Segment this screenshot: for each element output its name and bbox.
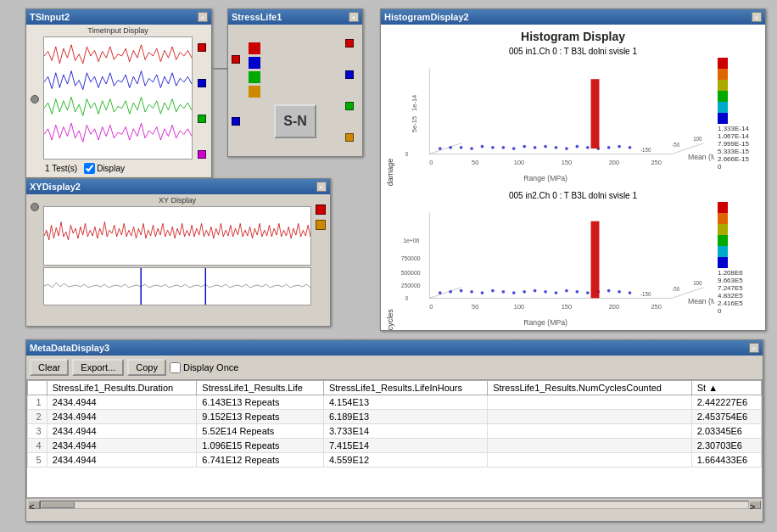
svg-text:150: 150 (562, 303, 572, 311)
conn-line-1 (212, 68, 229, 70)
tsinput-close-btn[interactable]: ▪ (198, 12, 208, 22)
row-num: 2.30703E6 (691, 439, 761, 453)
svg-text:200: 200 (609, 159, 619, 166)
xydisplay-top-plot: 3 (43, 206, 311, 266)
svg-point-27 (544, 145, 547, 148)
col-header-duration: StressLife1_Results.Duration (47, 381, 197, 395)
stresslife-window: StressLife1 ▪ S-N (227, 8, 363, 157)
row-duration: 2434.4944 (47, 410, 197, 424)
tsinput-window: TSInput2 ▪ TimeInput Display (25, 8, 212, 178)
svg-point-63 (501, 290, 505, 294)
svg-point-30 (576, 145, 579, 148)
svg-point-75 (629, 291, 632, 294)
stresslife-close-btn[interactable]: ▪ (349, 12, 359, 22)
scroll-left-btn[interactable]: < (28, 501, 40, 509)
svg-point-35 (629, 146, 632, 149)
row-id: 4 (28, 439, 48, 453)
svg-point-20 (470, 147, 473, 150)
svg-text:200: 200 (609, 303, 619, 311)
row-duration: 2434.4944 (47, 424, 197, 439)
xydisplay-conn-orange (316, 220, 326, 230)
histogram-subtitle2: 005 in2.Ch 0 : T B3L dolni svisle 1 (386, 191, 760, 200)
row-cycles (488, 424, 692, 439)
colorscale2: 1.208E6 9.663E5 7.247E5 4.832E5 2.416E5 … (718, 202, 760, 330)
tsinput-conn-green (198, 115, 206, 123)
svg-point-73 (607, 289, 611, 293)
svg-text:100: 100 (693, 136, 702, 142)
table-row: 5 2434.4944 6.741E12 Repeats 4.559E12 1.… (28, 453, 762, 468)
svg-text:100: 100 (514, 159, 524, 166)
display-once-checkbox[interactable] (170, 362, 181, 373)
svg-point-18 (449, 146, 452, 149)
histogram-title: HistogramDisplay2 (384, 12, 469, 22)
xydisplay-close-btn[interactable]: ▪ (316, 182, 327, 192)
scroll-right-btn[interactable]: > (749, 501, 761, 509)
metadata-toolbar: Clear Export... Copy Display Once (26, 356, 763, 379)
svg-text:-50: -50 (672, 142, 679, 148)
svg-line-40 (429, 288, 461, 299)
display-checkbox-label[interactable]: Display (84, 163, 125, 174)
histogram-chart2: Range (MPa) Mean (MPa) 0 50 100 150 200 … (398, 202, 714, 330)
svg-text:750000: 750000 (401, 255, 421, 261)
tsinput-plot-label: TimeInput Display (43, 26, 193, 35)
svg-point-66 (534, 289, 537, 293)
histogram-window: HistogramDisplay2 ▪ Histogram Display 00… (380, 8, 766, 331)
horizontal-scrollbar[interactable]: < > (26, 498, 763, 510)
clear-button[interactable]: Clear (30, 359, 69, 376)
svg-point-24 (512, 147, 516, 150)
svg-text:Range (MPa): Range (MPa) (523, 318, 567, 327)
svg-point-65 (523, 290, 526, 294)
histogram-main-title: Histogram Display (386, 30, 760, 43)
row-num: 2.03345E6 (691, 424, 761, 439)
scroll-thumb[interactable] (41, 501, 75, 508)
row-id: 2 (28, 410, 48, 424)
tsinput-conn-blue (198, 79, 206, 87)
svg-text:0: 0 (429, 159, 433, 166)
sn-button[interactable]: S-N (274, 104, 316, 138)
svg-text:250: 250 (651, 303, 661, 311)
row-id: 3 (28, 424, 48, 439)
svg-point-64 (512, 291, 516, 294)
row-id: 1 (28, 395, 48, 410)
stresslife-conn-right-blue (345, 70, 354, 79)
sl-color-green (249, 71, 260, 83)
tsinput-conn-magenta (198, 150, 206, 159)
tsinput-conn-red (198, 43, 206, 52)
svg-text:0: 0 (429, 303, 433, 311)
display-once-label[interactable]: Display Once (170, 362, 238, 373)
display-checkbox[interactable] (84, 163, 95, 174)
metadata-window: MetaDataDisplay3 ▪ Clear Export... Copy … (25, 339, 763, 522)
svg-point-34 (618, 145, 621, 148)
svg-point-67 (544, 290, 547, 294)
svg-line-4 (429, 143, 461, 154)
svg-text:0: 0 (405, 295, 409, 301)
metadata-table: StressLife1_Results.Duration StressLife1… (27, 380, 762, 468)
copy-button[interactable]: Copy (127, 359, 166, 376)
histogram-titlebar: HistogramDisplay2 ▪ (381, 9, 765, 25)
metadata-table-container[interactable]: StressLife1_Results.Duration StressLife1… (26, 379, 763, 498)
col-header-empty (28, 381, 48, 395)
xydisplay-title: XYDisplay2 (30, 182, 81, 192)
svg-point-28 (555, 146, 558, 149)
xydisplay-inner-title: XY Display (43, 196, 311, 204)
xydisplay-window: XYDisplay2 ▪ XY Display 3 (25, 178, 331, 327)
row-life: 1.096E15 Repeats (197, 439, 324, 453)
svg-text:-50: -50 (672, 286, 679, 292)
svg-point-26 (534, 146, 537, 149)
svg-point-25 (523, 145, 526, 148)
table-row: 4 2434.4944 1.096E15 Repeats 7.415E14 2.… (28, 439, 762, 453)
export-button[interactable]: Export... (72, 359, 124, 376)
sl-color-red (249, 42, 260, 54)
svg-point-74 (618, 290, 621, 294)
test-count-label: 1 Test(s) (45, 164, 77, 173)
svg-text:5e-15: 5e-15 (411, 116, 418, 132)
table-row: 3 2434.4944 5.52E14 Repeats 3.733E14 2.0… (28, 424, 762, 439)
svg-point-29 (565, 147, 568, 150)
tsinput-plot (43, 36, 193, 160)
metadata-close-btn[interactable]: ▪ (749, 343, 759, 353)
svg-point-70 (576, 290, 579, 294)
histogram-chart1: Range (MPa) Mean (MPa) 0 50 100 150 200 … (398, 58, 714, 186)
row-hours: 6.189E13 (323, 410, 487, 424)
histogram-close-btn[interactable]: ▪ (752, 12, 762, 22)
col-header-cycles: StressLife1_Results.NumCyclesCounted (488, 381, 692, 395)
